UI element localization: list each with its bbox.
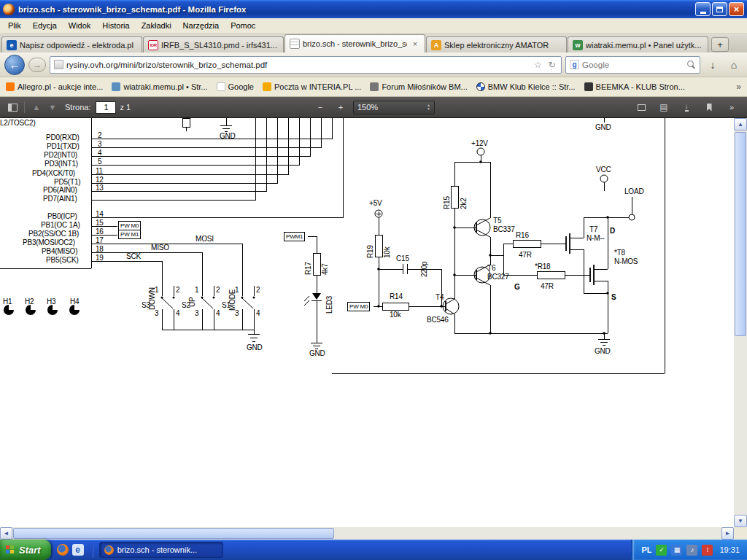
- menu-edycja[interactable]: Edycja: [27, 19, 63, 32]
- quick-launch-firefox-icon[interactable]: [57, 544, 69, 556]
- bookmark-interia[interactable]: Poczta w INTERIA.PL ...: [263, 82, 361, 91]
- search-input[interactable]: [582, 61, 684, 69]
- pdf-zoom-out-button[interactable]: −: [312, 99, 328, 115]
- schematic-label: 10k: [384, 246, 391, 258]
- schematic-label: 15: [96, 219, 104, 227]
- back-button[interactable]: ←: [4, 55, 25, 75]
- schematic-label: PB1(OC 1A): [41, 222, 80, 229]
- home-button[interactable]: ⌂: [725, 56, 743, 74]
- tab-elektroda[interactable]: e Napisz odpowiedź - elektroda.pl: [1, 36, 142, 52]
- pdf-presentation-mode-button[interactable]: [633, 99, 649, 115]
- pdf-zoom-select[interactable]: 150% ▲▼: [353, 101, 435, 114]
- menu-widok[interactable]: Widok: [63, 19, 97, 32]
- google-search-engine-icon[interactable]: g: [570, 60, 579, 69]
- quick-launch-browser-icon[interactable]: e: [72, 544, 84, 556]
- maximize-icon: [716, 7, 723, 12]
- pdf-toolbar: ▲ ▼ Strona: z 1 − + 150% ▲▼ ▤ ↓ »: [0, 97, 747, 118]
- scroll-left-button[interactable]: ◄: [0, 527, 12, 540]
- bookmark-label: BEEMKA - KLUB Stron...: [596, 82, 685, 91]
- beemka-favicon: [584, 82, 593, 91]
- tab-irf-datasheet[interactable]: IOR IRFB_S_SL4310.pmd - irfs431...: [143, 36, 284, 52]
- start-button[interactable]: Start: [0, 540, 51, 560]
- schematic-label: GND: [309, 350, 325, 357]
- bookmark-star-icon[interactable]: ☆: [533, 60, 543, 70]
- bookmark-label: wiatraki.memu.pl • Str...: [123, 82, 207, 91]
- menu-zakladki[interactable]: Zakładki: [136, 19, 177, 32]
- scrollbar-corner: [734, 527, 747, 540]
- close-button[interactable]: ×: [729, 2, 744, 16]
- schematic-label: SCK: [126, 253, 141, 260]
- schematic-label: MOSI: [196, 236, 214, 243]
- bookmark-ribbon-icon: [707, 104, 712, 112]
- navigation-toolbar: ← → ☆ ↻ g ↓ ⌂: [0, 52, 747, 77]
- bookmark-forum-bmw[interactable]: Forum Miłośników BM...: [370, 82, 467, 91]
- horizontal-scrollbar[interactable]: ◄ ►: [0, 527, 734, 540]
- search-magnifier-icon[interactable]: [687, 61, 696, 69]
- site-identity-icon[interactable]: [54, 60, 63, 69]
- bookmark-wiatraki[interactable]: wiatraki.memu.pl • Str...: [112, 82, 207, 91]
- scroll-right-button[interactable]: ►: [721, 527, 734, 540]
- tab-sklep-amator[interactable]: A Sklep elektroniczny AMATOR: [426, 36, 567, 52]
- tray-network-icon[interactable]: ▦: [671, 545, 682, 556]
- menu-pomoc[interactable]: Pomoc: [225, 19, 261, 32]
- pdf-next-page-button[interactable]: ▼: [44, 99, 61, 115]
- minimize-button[interactable]: [695, 2, 711, 16]
- bookmark-google[interactable]: Google: [217, 82, 254, 91]
- pdf-page: L2/TOSC2)PD0(RXD)PD1(TXD)PD2(INT0)PD3(IN…: [0, 118, 734, 527]
- pdf-previous-page-button[interactable]: ▲: [28, 99, 44, 115]
- schematic-label: R17: [305, 262, 312, 275]
- pdf-sidebar-toggle-button[interactable]: [4, 99, 20, 115]
- schematic-label: 1: [235, 287, 239, 294]
- menu-narzedzia[interactable]: Narzędzia: [177, 19, 225, 32]
- schematic-label: 2: [176, 287, 179, 294]
- bookmark-allegro[interactable]: Allegro.pl - aukcje inte...: [6, 82, 103, 91]
- tab-brizo-pdf-active[interactable]: brizo.sch - sterownik_brizo_sc... ×: [285, 34, 425, 52]
- window-title: brizo.sch - sterownik_brizo_schemat.pdf …: [18, 5, 695, 14]
- url-input[interactable]: [66, 61, 530, 69]
- bookmark-label: BMW Klub Kielce :: Str...: [488, 82, 576, 91]
- tray-antivirus-icon[interactable]: !: [702, 545, 713, 556]
- scroll-up-button[interactable]: ▲: [734, 118, 747, 131]
- pdf-bookmark-button[interactable]: [701, 99, 717, 115]
- tab-wiatraki-panel[interactable]: w wiatraki.memu.pl • Panel użytk...: [568, 36, 708, 52]
- schematic-label: BC327: [487, 273, 509, 281]
- vertical-scrollbar[interactable]: ▲ ▼: [734, 118, 747, 527]
- schematic-label: PD6(AIN0): [43, 187, 77, 194]
- bookmark-bmw-klub[interactable]: BMW Klub Kielce :: Str...: [476, 82, 576, 91]
- task-button-brizo[interactable]: brizo.sch - sterownik...: [99, 542, 223, 558]
- horizontal-scrollbar-thumb[interactable]: [13, 528, 334, 539]
- downloads-button[interactable]: ↓: [704, 56, 721, 74]
- new-tab-button[interactable]: +: [711, 37, 729, 52]
- tray-volume-icon[interactable]: ♪: [686, 545, 697, 556]
- window-titlebar[interactable]: brizo.sch - sterownik_brizo_schemat.pdf …: [0, 0, 747, 18]
- vertical-scrollbar-thumb[interactable]: [735, 132, 746, 336]
- search-bar[interactable]: g: [565, 56, 700, 74]
- bookmark-beemka[interactable]: BEEMKA - KLUB Stron...: [584, 82, 685, 91]
- pdf-print-button[interactable]: ▤: [656, 99, 672, 115]
- tab-close-button[interactable]: ×: [410, 39, 420, 49]
- pdf-download-button[interactable]: ↓: [678, 99, 694, 115]
- language-indicator[interactable]: PL: [641, 545, 651, 554]
- schematic-label: PW M1: [118, 230, 141, 239]
- bookmarks-overflow-button[interactable]: »: [736, 82, 741, 92]
- schematic-label: 13: [96, 184, 104, 192]
- schematic-label: BC337: [493, 226, 515, 233]
- schematic-label: LED3: [326, 296, 333, 314]
- schematic-label: T4: [436, 294, 444, 301]
- scroll-down-button[interactable]: ▼: [734, 515, 747, 527]
- schematic-label: PD7(AIN1): [43, 195, 77, 203]
- tray-security-icon[interactable]: ✓: [656, 545, 667, 556]
- pdf-toolbar-overflow-button[interactable]: »: [724, 99, 740, 115]
- maximize-button[interactable]: [712, 2, 727, 16]
- pdf-page-number-input[interactable]: [96, 101, 116, 114]
- schematic-label: PW M0: [347, 302, 370, 311]
- pdf-zoom-in-button[interactable]: +: [333, 99, 349, 115]
- menu-historia[interactable]: Historia: [96, 19, 135, 32]
- forward-button[interactable]: →: [28, 58, 46, 72]
- schematic-label: *R18: [535, 263, 550, 271]
- schematic-label: 3: [235, 310, 239, 317]
- reload-icon[interactable]: ↻: [546, 60, 557, 70]
- menu-plik[interactable]: Plik: [2, 19, 27, 32]
- schematic-label: GND: [220, 133, 236, 140]
- url-bar[interactable]: ☆ ↻: [50, 56, 562, 74]
